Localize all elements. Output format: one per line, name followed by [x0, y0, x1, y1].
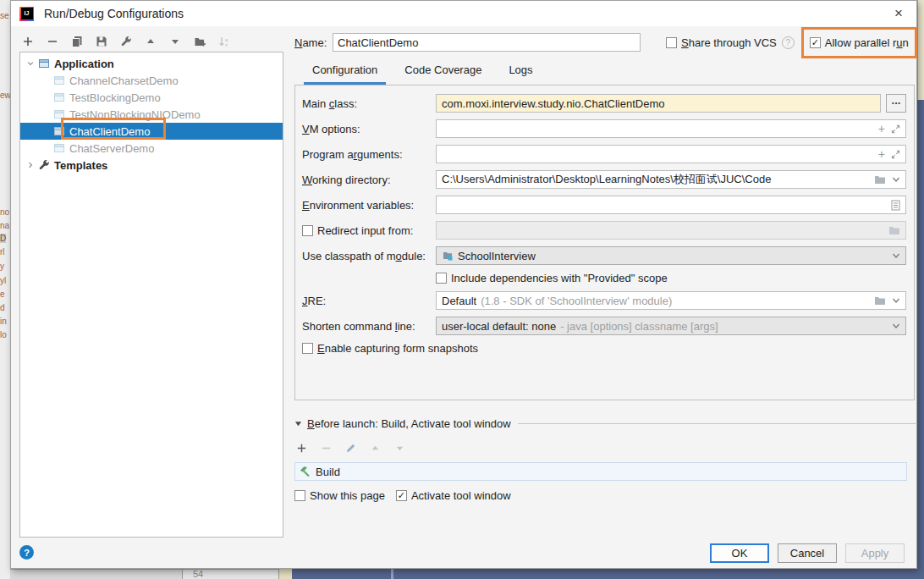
- main-class-field[interactable]: com.moxi.interview.study.nio.ChatClientD…: [436, 94, 881, 113]
- show-this-page-label: Show this page: [310, 489, 385, 502]
- application-icon: [52, 91, 66, 103]
- dialog-title: Run/Debug Configurations: [44, 7, 184, 20]
- add-icon[interactable]: [21, 35, 35, 48]
- configuration-detail-pane: Name: Share through VCS ? Allow parallel…: [294, 26, 917, 570]
- edit-pencil-icon[interactable]: [344, 441, 357, 455]
- tree-node-channelcharsetdemo[interactable]: ChannelCharsetDemo: [20, 72, 283, 89]
- redirect-input-checkbox[interactable]: Redirect input from:: [302, 224, 436, 237]
- tree-node-label: ChatClientDemo: [69, 125, 150, 138]
- allow-parallel-run-label: Allow parallel run: [825, 36, 909, 49]
- collapse-triangle-icon[interactable]: [294, 420, 302, 427]
- name-row: Name: Share through VCS ? Allow parallel…: [294, 33, 917, 52]
- tab-logs[interactable]: Logs: [500, 63, 541, 83]
- before-launch-header[interactable]: Before launch: Build, Activate tool wind…: [294, 417, 917, 430]
- edit-defaults-wrench-icon[interactable]: [119, 35, 133, 48]
- expand-icon[interactable]: [891, 150, 900, 159]
- jre-label: JRE:: [302, 295, 436, 307]
- enable-capturing-checkbox[interactable]: Enable capturing form snapshots: [302, 342, 478, 355]
- add-icon[interactable]: +: [878, 123, 885, 135]
- add-icon[interactable]: +: [878, 148, 885, 160]
- expand-icon[interactable]: [891, 124, 900, 134]
- environment-variables-label: Environment variables:: [302, 199, 436, 212]
- move-down-icon[interactable]: [393, 441, 406, 455]
- copy-icon[interactable]: [70, 35, 84, 48]
- folder-icon[interactable]: [874, 174, 886, 185]
- browse-button[interactable]: ...: [886, 94, 906, 113]
- use-classpath-combobox[interactable]: SchoolInterview: [436, 246, 906, 265]
- tree-node-testblockingdemo[interactable]: TestBlockingDemo: [20, 89, 283, 106]
- program-arguments-field[interactable]: +: [436, 145, 906, 163]
- tree-node-testnonblockingniodemo[interactable]: TestNonBlockingNIODemo: [20, 106, 283, 123]
- chevron-down-icon[interactable]: [892, 176, 900, 183]
- share-through-vcs-checkbox[interactable]: Share through VCS: [666, 36, 777, 49]
- screenshot-root: se ew no na D rl y yl e d in lo 54 IJ Ru…: [0, 0, 924, 579]
- wrench-icon: [37, 159, 51, 171]
- checkbox-unchecked-icon[interactable]: [302, 343, 313, 354]
- working-directory-row: Working directory: C:\Users\Administrato…: [302, 170, 906, 189]
- tree-node-label: Templates: [54, 159, 107, 172]
- checkbox-checked-icon[interactable]: [396, 490, 407, 501]
- code-fragment: na: [0, 221, 9, 230]
- help-icon[interactable]: ?: [782, 36, 795, 49]
- checkbox-unchecked-icon[interactable]: [436, 273, 447, 284]
- module-icon: [442, 250, 454, 262]
- tab-code-coverage[interactable]: Code Coverage: [396, 63, 490, 83]
- checkbox-unchecked-icon[interactable]: [666, 37, 677, 48]
- allow-parallel-run-checkbox[interactable]: Allow parallel run: [810, 36, 909, 49]
- add-icon[interactable]: [294, 441, 308, 455]
- tab-configuration[interactable]: Configuration: [304, 63, 386, 83]
- activate-tool-window-label: Activate tool window: [411, 489, 511, 502]
- save-icon[interactable]: [95, 35, 108, 48]
- configurations-toolbar: az: [21, 33, 231, 50]
- include-provided-row: Include dependencies with "Provided" sco…: [436, 272, 906, 284]
- ok-button[interactable]: OK: [710, 543, 769, 563]
- svg-text:z: z: [225, 42, 228, 47]
- shorten-command-line-hint: - java [options] classname [args]: [560, 320, 718, 333]
- section-divider: [518, 423, 917, 424]
- background-gutter: [10, 569, 182, 579]
- move-up-icon[interactable]: [144, 35, 157, 48]
- program-arguments-label: Program arguments:: [302, 148, 436, 161]
- move-down-icon[interactable]: [168, 35, 182, 48]
- move-up-icon[interactable]: [368, 441, 382, 455]
- before-launch-task-build[interactable]: Build: [294, 462, 907, 481]
- run-debug-configurations-dialog: IJ Run/Debug Configurations ×: [10, 0, 917, 569]
- editor-line-number: 54: [182, 569, 279, 579]
- code-fragment: yl: [0, 276, 6, 285]
- tree-node-label: TestBlockingDemo: [69, 91, 161, 104]
- chevron-down-icon[interactable]: [892, 323, 900, 329]
- chevron-down-icon[interactable]: [892, 252, 900, 259]
- activate-tool-window-checkbox[interactable]: Activate tool window: [396, 489, 511, 502]
- tree-node-chatclientdemo-selected[interactable]: ChatClientDemo: [20, 123, 283, 140]
- apply-button: Apply: [845, 543, 905, 563]
- help-icon[interactable]: ?: [19, 545, 34, 560]
- sort-alphabetically-icon[interactable]: az: [217, 35, 231, 48]
- show-this-page-checkbox[interactable]: Show this page: [294, 489, 385, 502]
- new-folder-icon[interactable]: [193, 35, 206, 48]
- use-classpath-row: Use classpath of module: SchoolInterview: [302, 246, 906, 265]
- chevron-right-icon[interactable]: [24, 161, 37, 169]
- jre-combobox[interactable]: Default (1.8 - SDK of 'SchoolInterview' …: [436, 291, 906, 310]
- environment-variables-field[interactable]: [436, 196, 906, 214]
- tree-node-application[interactable]: Application: [20, 55, 283, 72]
- folder-icon[interactable]: [874, 295, 886, 306]
- cancel-button[interactable]: Cancel: [778, 543, 837, 563]
- annotation-highlight-allow-parallel: Allow parallel run: [801, 27, 917, 58]
- shorten-command-line-combobox[interactable]: user-local default: none - java [options…: [436, 317, 906, 335]
- tree-node-templates[interactable]: Templates: [20, 157, 283, 174]
- vm-options-field[interactable]: +: [436, 119, 906, 138]
- remove-icon[interactable]: [319, 441, 333, 455]
- svg-text:a: a: [225, 37, 228, 42]
- chevron-down-icon[interactable]: [892, 297, 900, 304]
- checkbox-unchecked-icon[interactable]: [302, 225, 313, 236]
- list-icon[interactable]: [891, 200, 900, 211]
- name-input[interactable]: [333, 33, 641, 52]
- tree-node-chatserverdemo[interactable]: ChatServerDemo: [20, 140, 283, 157]
- remove-icon[interactable]: [46, 35, 59, 48]
- working-directory-field[interactable]: C:\Users\Administrator\Desktop\LearningN…: [436, 170, 906, 189]
- checkbox-unchecked-icon[interactable]: [294, 490, 305, 501]
- close-icon[interactable]: ×: [889, 5, 908, 22]
- include-provided-checkbox[interactable]: Include dependencies with "Provided" sco…: [436, 272, 668, 284]
- chevron-down-icon[interactable]: [24, 59, 37, 68]
- checkbox-checked-icon[interactable]: [810, 37, 821, 48]
